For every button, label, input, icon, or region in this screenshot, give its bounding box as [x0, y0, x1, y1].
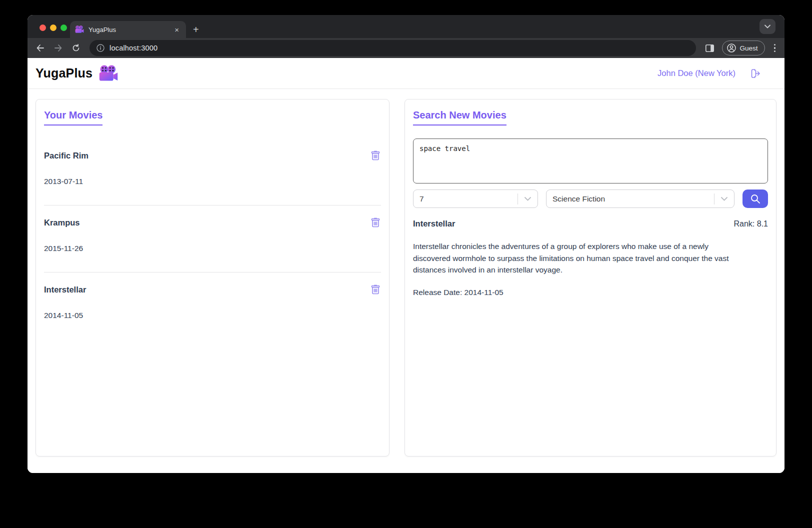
refresh-icon: [72, 44, 80, 52]
browser-window: YugaPlus × +: [28, 15, 784, 473]
search-filters: 7 Science Fiction: [413, 190, 768, 208]
search-icon: [750, 194, 760, 204]
result-title: Interstellar: [413, 219, 455, 228]
trash-icon: [370, 150, 380, 161]
search-query-input[interactable]: space travel: [413, 138, 768, 184]
result-description: Interstellar chronicles the adventures o…: [413, 240, 738, 276]
delete-movie-button[interactable]: [370, 284, 381, 296]
app-header: YugaPlus John Doe (New York): [28, 58, 784, 89]
delete-movie-button[interactable]: [370, 150, 381, 162]
close-window-button[interactable]: [40, 24, 46, 31]
trash-icon: [370, 284, 380, 295]
movie-separator: [44, 205, 381, 206]
browser-toolbar: localhost:3000 Guest: [28, 38, 784, 58]
profile-button[interactable]: Guest: [722, 40, 764, 56]
movie-title: Pacific Rim: [44, 151, 88, 160]
movie-title: Interstellar: [44, 285, 86, 294]
movie-separator: [44, 272, 381, 272]
back-button[interactable]: [32, 40, 48, 56]
delete-movie-button[interactable]: [370, 216, 381, 228]
tab-search-button[interactable]: [760, 19, 776, 34]
result-release-date: Release Date: 2014-11-05: [413, 288, 768, 297]
result-rank: Rank: 8.1: [734, 220, 768, 228]
side-panel-button[interactable]: [702, 40, 717, 56]
user-account-link[interactable]: John Doe (New York): [658, 68, 736, 78]
movie-date: 2014-11-05: [44, 311, 381, 320]
page: YugaPlus John Doe (New York) Your Movies…: [28, 58, 784, 473]
movie-row: Pacific Rim 2013-07-11: [44, 150, 381, 206]
search-title: Search New Movies: [413, 110, 506, 126]
your-movies-panel: Your Movies Pacific Rim 2013-07-11 Kramp…: [36, 99, 390, 456]
movie-date: 2013-07-11: [44, 177, 381, 186]
movie-row: Krampus 2015-11-26: [44, 216, 381, 272]
forward-button[interactable]: [50, 40, 66, 56]
genre-select[interactable]: Science Fiction: [546, 190, 734, 208]
brand-title: YugaPlus: [36, 66, 92, 80]
side-panel-icon: [706, 44, 714, 52]
tab-title: YugaPlus: [88, 26, 168, 34]
rank-select-value: 7: [420, 194, 424, 204]
rank-select[interactable]: 7: [413, 190, 538, 208]
search-result: Interstellar Rank: 8.1 Interstellar chro…: [413, 219, 768, 297]
chevron-down-icon: [764, 24, 770, 28]
yugaplus-favicon-icon: [75, 26, 84, 34]
tab-strip: YugaPlus × +: [28, 15, 784, 38]
logout-icon[interactable]: [748, 68, 760, 80]
profile-label: Guest: [740, 44, 758, 52]
your-movies-title: Your Movies: [44, 110, 102, 126]
forward-arrow-icon: [54, 44, 62, 52]
refresh-button[interactable]: [68, 40, 84, 56]
content: Your Movies Pacific Rim 2013-07-11 Kramp…: [28, 89, 784, 473]
new-tab-button[interactable]: +: [193, 24, 199, 34]
window-controls: [40, 24, 67, 31]
site-info-icon[interactable]: [96, 44, 104, 52]
browser-menu-button[interactable]: [770, 44, 780, 52]
chevron-down-icon: [721, 197, 728, 201]
close-tab-icon[interactable]: ×: [172, 25, 181, 34]
address-bar[interactable]: localhost:3000: [90, 40, 696, 56]
chevron-down-icon: [524, 197, 531, 201]
movie-row: Interstellar 2014-11-05: [44, 284, 381, 320]
brand-camera-icon: [98, 65, 118, 82]
browser-tab[interactable]: YugaPlus ×: [70, 21, 186, 38]
genre-select-value: Science Fiction: [552, 194, 605, 204]
url-text: localhost:3000: [110, 44, 158, 52]
zoom-window-button[interactable]: [60, 24, 67, 31]
movies-list: Pacific Rim 2013-07-11 Krampus 2015-11-2…: [44, 150, 381, 320]
search-button[interactable]: [742, 190, 768, 208]
movie-title: Krampus: [44, 218, 80, 228]
movie-date: 2015-11-26: [44, 244, 381, 253]
back-arrow-icon: [36, 44, 44, 52]
search-panel: Search New Movies space travel 7 Scien: [404, 99, 776, 456]
guest-avatar-icon: [727, 44, 736, 52]
trash-icon: [370, 217, 380, 228]
minimize-window-button[interactable]: [50, 24, 56, 31]
